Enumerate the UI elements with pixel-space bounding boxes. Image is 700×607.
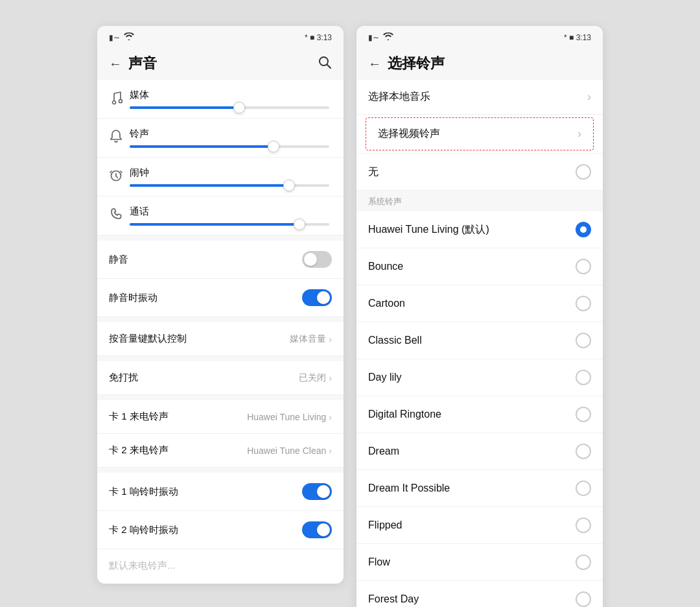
no-ringtone-row[interactable]: 无 — [356, 154, 603, 191]
ringtone-item-label: Flow — [368, 556, 390, 568]
media-volume-row[interactable]: 媒体 — [97, 80, 344, 119]
right-wifi-icon — [383, 32, 393, 42]
local-music-chevron: › — [587, 90, 591, 104]
ringtone-radio-circle[interactable] — [576, 296, 591, 311]
right-page-header: ← 选择铃声 — [356, 45, 603, 80]
ringtone-item-label: Digital Ringtone — [368, 409, 441, 420]
left-status-bar: ▮∼ * ■ 3:13 — [97, 26, 344, 45]
card1-vibrate-row[interactable]: 卡 1 响铃时振动 — [97, 473, 344, 511]
card1-ringtone-label: 卡 1 来电铃声 — [109, 411, 169, 423]
alarm-volume-content: 闹钟 — [130, 167, 332, 187]
silent-vibrate-toggle[interactable] — [302, 289, 332, 306]
ringtone-item-label: Flipped — [368, 519, 402, 531]
local-music-row[interactable]: 选择本地音乐 › — [356, 80, 603, 115]
ringtone-item[interactable]: Bounce — [356, 248, 603, 285]
card2-vibrate-knob — [317, 523, 330, 536]
ringtone-radio-circle[interactable] — [576, 407, 591, 422]
divider-5 — [97, 468, 344, 473]
card2-ringtone-chevron: › — [329, 446, 332, 456]
call-volume-row[interactable]: 通话 — [97, 196, 344, 235]
silent-vibrate-toggle-row[interactable]: 静音时振动 — [97, 279, 344, 317]
media-volume-label: 媒体 — [130, 89, 332, 101]
do-not-disturb-value: 已关闭 › — [299, 372, 332, 384]
ringtone-selection-panel: ▮∼ * ■ 3:13 ← 选择铃声 选择本地音乐 › 选择视频铃声 › — [356, 26, 603, 607]
ringtone-item-label: Cartoon — [368, 298, 405, 309]
ringtone-item-label: Dream — [368, 446, 399, 457]
sim-icon: ▮∼ — [109, 33, 120, 42]
no-ringtone-radio[interactable] — [576, 164, 591, 180]
card2-vibrate-toggle[interactable] — [302, 521, 332, 538]
silent-vibrate-knob — [317, 291, 330, 304]
ringtone-item[interactable]: Dream — [356, 433, 603, 470]
do-not-disturb-row[interactable]: 免打扰 已关闭 › — [97, 361, 344, 395]
left-status-time: * ■ 3:13 — [305, 33, 332, 42]
local-music-label: 选择本地音乐 — [368, 90, 430, 104]
card2-ringtone-row[interactable]: 卡 2 来电铃声 Huawei Tune Clean › — [97, 434, 344, 468]
right-header-left: ← 选择铃声 — [368, 54, 445, 73]
ringtone-radio-circle[interactable] — [576, 333, 591, 348]
video-ringtone-label: 选择视频铃声 — [378, 127, 440, 141]
ringtone-item-label: Bounce — [368, 261, 403, 272]
divider-1 — [97, 235, 344, 241]
volume-section: 媒体 铃声 — [97, 80, 344, 235]
ringtone-item-label: Classic Bell — [368, 335, 422, 346]
ringtone-item[interactable]: Dream It Possible — [356, 470, 603, 507]
ringtone-radio-circle[interactable] — [576, 222, 591, 237]
ringtone-radio-circle[interactable] — [576, 370, 591, 385]
card1-ringtone-chevron: › — [329, 412, 332, 422]
right-status-left: ▮∼ — [368, 32, 393, 42]
ringtone-radio-circle[interactable] — [576, 554, 591, 570]
volume-key-label: 按音量键默认控制 — [109, 333, 187, 345]
video-ringtone-chevron: › — [578, 127, 581, 141]
silent-vibrate-label: 静音时振动 — [109, 292, 158, 304]
search-button[interactable] — [318, 55, 332, 73]
ringtone-item[interactable]: Classic Bell — [356, 322, 603, 359]
volume-key-value-text: 媒体音量 — [290, 333, 326, 345]
mute-toggle[interactable] — [302, 251, 332, 268]
ringtone-item[interactable]: Digital Ringtone — [356, 396, 603, 433]
mute-toggle-row[interactable]: 静音 — [97, 241, 344, 279]
bottom-partial-row: 默认来电铃声... — [97, 549, 344, 582]
card2-vibrate-row[interactable]: 卡 2 响铃时振动 — [97, 511, 344, 549]
ringtone-item[interactable]: Huawei Tune Living (默认) — [356, 211, 603, 248]
card2-vibrate-label: 卡 2 响铃时振动 — [109, 524, 178, 536]
right-back-button[interactable]: ← — [368, 56, 381, 71]
ringtone-item[interactable]: Day lily — [356, 359, 603, 396]
video-ringtone-row[interactable]: 选择视频铃声 › — [366, 117, 594, 150]
card1-ringtone-value-text: Huawei Tune Living — [247, 412, 326, 422]
card1-vibrate-label: 卡 1 响铃时振动 — [109, 486, 178, 498]
ringtone-slider-track[interactable] — [130, 145, 329, 148]
system-ringtone-section-label: 系统铃声 — [356, 191, 603, 211]
alarm-slider-track[interactable] — [130, 184, 329, 187]
right-status-bar: ▮∼ * ■ 3:13 — [356, 26, 603, 45]
ringtone-item[interactable]: Forest Day — [356, 581, 603, 607]
back-button[interactable]: ← — [109, 56, 122, 71]
music-note-icon — [109, 90, 130, 108]
media-slider-track[interactable] — [130, 106, 329, 109]
card1-vibrate-toggle[interactable] — [302, 483, 332, 500]
alarm-volume-row[interactable]: 闹钟 — [97, 158, 344, 196]
ringtone-item[interactable]: Flipped — [356, 507, 603, 544]
status-left-icons: ▮∼ — [109, 32, 134, 42]
ringtone-volume-content: 铃声 — [130, 128, 332, 148]
ringtone-item[interactable]: Flow — [356, 544, 603, 581]
ringtone-radio-circle[interactable] — [576, 591, 591, 607]
ringtone-item-label: Huawei Tune Living (默认) — [368, 223, 489, 237]
media-volume-content: 媒体 — [130, 89, 332, 109]
divider-3 — [97, 356, 344, 361]
ringtone-radio-circle[interactable] — [576, 518, 591, 533]
right-status-time: * ■ 3:13 — [564, 33, 591, 42]
ringtone-radio-circle[interactable] — [576, 444, 591, 459]
call-slider-track[interactable] — [130, 223, 329, 226]
ringtone-radio-circle[interactable] — [576, 481, 591, 496]
alarm-volume-label: 闹钟 — [130, 167, 332, 179]
card2-ringtone-value: Huawei Tune Clean › — [247, 446, 332, 456]
ringtone-radio-circle[interactable] — [576, 259, 591, 274]
do-not-disturb-chevron: › — [329, 373, 332, 383]
volume-key-control-row[interactable]: 按音量键默认控制 媒体音量 › — [97, 322, 344, 356]
divider-2 — [97, 317, 344, 322]
clock-icon — [109, 168, 130, 185]
ringtone-item[interactable]: Cartoon — [356, 285, 603, 322]
card1-ringtone-row[interactable]: 卡 1 来电铃声 Huawei Tune Living › — [97, 400, 344, 434]
ringtone-volume-row[interactable]: 铃声 — [97, 119, 344, 158]
